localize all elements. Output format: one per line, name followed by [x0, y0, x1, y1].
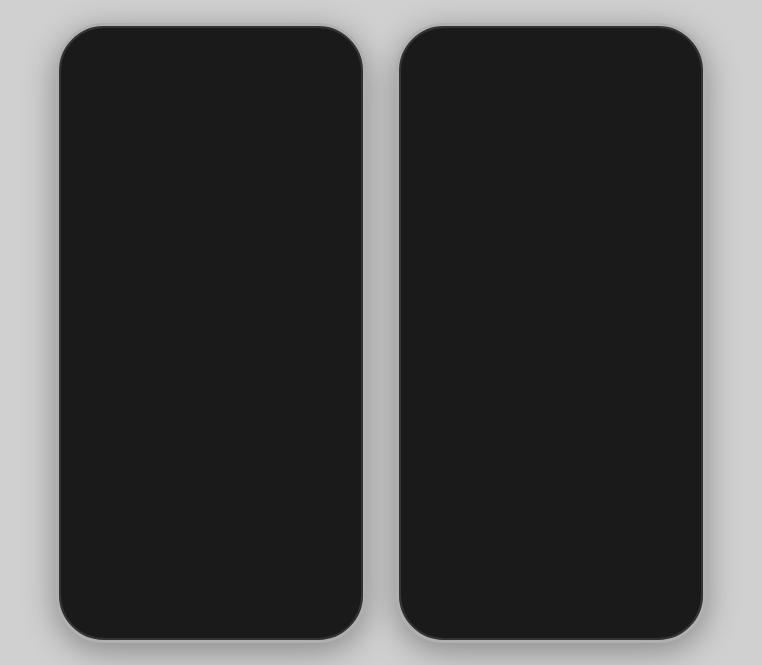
heart-btn-2[interactable]: ♡ — [658, 276, 672, 295]
doctor-photo-4 — [430, 548, 488, 577]
doctor-info-4: Dr. Alana Ruter Dentist Consultation — [500, 563, 646, 577]
doctor-name-3: Dr. Alana Ruter — [500, 419, 646, 434]
doctor-specialty-3: Dentist Consultation — [500, 436, 646, 447]
doctor-photo-2 — [430, 276, 488, 334]
nav-records-d[interactable]: Records — [524, 590, 579, 620]
doctor-info-3: Dr. Alana Ruter Dentist Consultation ★★★… — [500, 419, 646, 462]
saved-icon: ♡ — [98, 370, 120, 392]
nav-doctors-label: Doctors — [250, 610, 281, 620]
nav-profile[interactable]: Profile — [293, 590, 348, 620]
svg-rect-6 — [299, 92, 301, 94]
menu-item-faqs[interactable]: 💬 FAQs › — [82, 524, 340, 574]
status-time-doctors: 9:40 — [426, 53, 448, 65]
doctor-card-top-2: Dr. Alana Ruter Dentist Consultation ★★★… — [418, 264, 684, 346]
appointment-chevron: › — [319, 429, 324, 445]
svg-point-14 — [214, 158, 218, 162]
profile-header: Profile — [66, 71, 356, 116]
doctor-info-1: Dr. Alana Ruter Dentist Consultation ★★★… — [500, 147, 651, 190]
svg-rect-26 — [642, 92, 644, 94]
header-icons-doctors — [626, 79, 680, 101]
doctors-screen: 9:40 ▋▋▋ ∿ ▮ Doctors — [406, 33, 696, 633]
rating-reviews-1: | 49 Reviews — [572, 180, 623, 190]
doctor-card-1: Dr. Alana Ruter Dentist Consultation ★★★… — [418, 128, 684, 254]
svg-rect-27 — [639, 95, 641, 97]
appointment-icon: 📋 — [98, 426, 120, 448]
doctors-header: Doctors — [406, 71, 696, 116]
calories-value: 756cal — [195, 309, 235, 324]
status-bar-profile: 9:40 ▋▋▋ ∿ ▮ — [66, 33, 356, 71]
svg-rect-3 — [292, 85, 295, 88]
svg-point-18 — [318, 592, 324, 598]
appointment-btn-1[interactable]: Make Appointment — [430, 210, 672, 242]
doctor-card-top-3: Dr. Alana Ruter Dentist Consultation ★★★… — [418, 400, 684, 482]
appointment-label: Appointmnet — [132, 429, 307, 444]
avatar-section: Emma Johnson — [82, 132, 340, 233]
svg-rect-23 — [640, 85, 643, 88]
status-icons-doctors: ▋▋▋ ∿ ▮ — [634, 55, 676, 65]
appointment-btn-2[interactable]: Make Appointment — [430, 346, 672, 378]
appointment-btn-3[interactable]: Make Appointment — [430, 482, 672, 514]
doctor-card-3: Dr. Alana Ruter Dentist Consultation ★★★… — [418, 400, 684, 526]
qr-icon[interactable] — [286, 79, 308, 101]
nav-doctors[interactable]: Doctors — [238, 590, 293, 620]
saved-label: My Saved — [132, 373, 307, 388]
doctors-content-scroll: Dr. Alana Ruter Dentist Consultation ★★★… — [406, 116, 696, 577]
menu-list: ♡ My Saved › 📋 Appointmnet › 💳 Payment M… — [82, 356, 340, 577]
stars-2: ★★★★★ — [500, 315, 550, 326]
bell-icon[interactable] — [318, 79, 340, 101]
svg-rect-25 — [639, 92, 641, 94]
nav-chat-label-d: Chat — [487, 610, 506, 620]
stat-heart: 💚 Heart rate 215bpm — [110, 267, 159, 324]
svg-rect-42 — [450, 442, 469, 457]
faqs-label: FAQs — [132, 541, 307, 556]
heart-rate-icon: 💚 — [122, 267, 147, 291]
nav-home-d[interactable]: Home — [414, 590, 469, 620]
faqs-icon: 💬 — [98, 538, 120, 560]
rating-value-3: 4.8 — [554, 451, 568, 462]
bottom-nav-profile: Home Chat Records Doctors Profile — [66, 577, 356, 633]
nav-records-label-d: Records — [534, 610, 568, 620]
nav-profile-d[interactable]: Profile — [633, 590, 688, 620]
doctor-info-2: Dr. Alana Ruter Dentist Consultation ★★★… — [500, 283, 646, 326]
profile-content: Emma Johnson 💚 Heart rate 215bpm 🔥 Calor… — [66, 116, 356, 577]
signal-icon: ▋▋▋ — [294, 55, 315, 65]
heart-btn-3[interactable]: ♡ — [658, 412, 672, 431]
status-time-profile: 9:40 — [86, 53, 108, 65]
nav-profile-label: Profile — [308, 610, 334, 620]
rating-value-1: 4.8 — [554, 179, 568, 190]
phone-profile: 9:40 ▋▋▋ ∿ ▮ Profile — [56, 23, 366, 643]
heart-btn-4[interactable]: ♡ — [658, 548, 672, 567]
nav-doctors-d[interactable]: Doctors — [578, 589, 633, 621]
doctor-name-4: Dr. Alana Ruter — [500, 563, 646, 577]
signal-icon-d: ▋▋▋ — [634, 55, 655, 65]
stat-calories: 🔥 Calories 756cal — [195, 267, 235, 324]
doctor-photo-1 — [430, 140, 488, 198]
doctor-photo-3 — [430, 412, 488, 470]
menu-item-appointment[interactable]: 📋 Appointmnet › — [82, 412, 340, 462]
wifi-icon: ∿ — [319, 55, 327, 65]
doctors-list: Dr. Alana Ruter Dentist Consultation ★★★… — [406, 116, 696, 577]
qr-icon-doctors[interactable] — [626, 79, 648, 101]
stat-weight: ⚖ Weight 103lbs — [271, 267, 311, 324]
nav-records-label: Records — [194, 610, 228, 620]
profile-header-title: Profile — [82, 79, 144, 102]
bell-icon-doctors[interactable] — [658, 79, 680, 101]
calories-icon: 🔥 — [203, 267, 228, 291]
menu-item-payment[interactable]: 💳 Payment Method › — [82, 468, 340, 518]
nav-home[interactable]: Home — [74, 590, 129, 620]
nav-records[interactable]: Records — [184, 590, 239, 620]
doctor-card-4: Dr. Alana Ruter Dentist Consultation ♡ — [418, 536, 684, 577]
svg-rect-24 — [632, 93, 635, 96]
heart-btn-1[interactable]: ♥ — [663, 140, 673, 158]
menu-item-saved[interactable]: ♡ My Saved › — [82, 356, 340, 406]
stars-1: ★★★★★ — [500, 179, 550, 190]
weight-icon: ⚖ — [283, 267, 301, 291]
nav-chat[interactable]: Chat — [129, 590, 184, 620]
status-bar-doctors: 9:40 ▋▋▋ ∿ ▮ — [406, 33, 696, 71]
nav-home-label-d: Home — [429, 610, 453, 620]
nav-doctors-label-d: Doctors — [590, 611, 621, 621]
payment-icon: 💳 — [98, 482, 120, 504]
rating-reviews-3: | 49 Reviews — [572, 452, 623, 462]
nav-chat-d[interactable]: Chat — [469, 590, 524, 620]
svg-rect-28 — [642, 95, 644, 97]
